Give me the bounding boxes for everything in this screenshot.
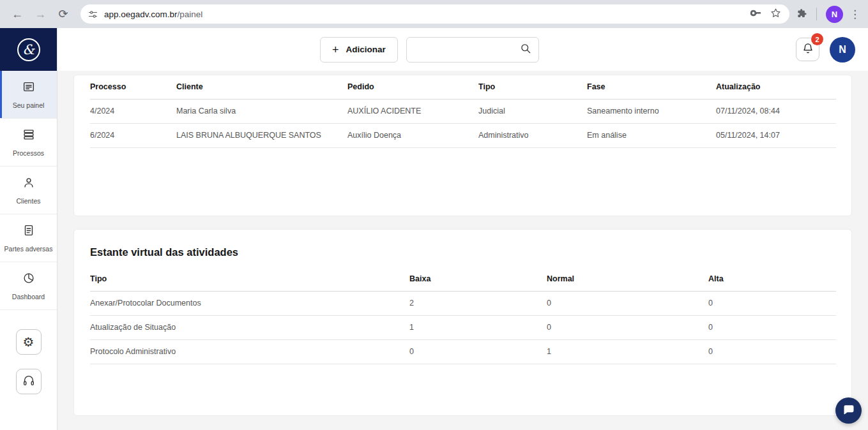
screen: ← → ⟳ app.oegadv.com.br/painel	[0, 0, 868, 430]
bell-icon	[802, 42, 814, 57]
cell-cliente: LAIS BRUNA ALBUQUERQUE SANTOS	[176, 123, 347, 147]
search-input[interactable]	[413, 45, 519, 54]
app-logo: &	[0, 28, 57, 71]
processes-card: Processo Cliente Pedido Tipo Fase Atuali…	[73, 75, 852, 216]
kebab-menu-icon: ⋮	[849, 8, 860, 20]
cell-tipo: Anexar/Protocolar Documentos	[90, 291, 409, 315]
cell-fase: Em análise	[587, 123, 716, 147]
sidebar-item-dashboard[interactable]: Dashboard	[0, 262, 57, 310]
activities-card-title: Estante virtual das atividades	[74, 230, 851, 267]
cell-normal: 1	[547, 339, 708, 364]
cell-normal: 0	[547, 291, 708, 315]
logo-ampersand-icon: &	[17, 38, 40, 61]
column-header: Alta	[708, 267, 836, 291]
cell-alta: 0	[708, 291, 836, 315]
url-text: app.oegadv.com.br/painel	[104, 10, 202, 19]
browser-toolbar: ← → ⟳ app.oegadv.com.br/painel	[0, 0, 868, 28]
chat-bubble-icon	[842, 403, 855, 418]
toolbar-divider	[816, 8, 817, 20]
column-header: Atualização	[716, 75, 836, 99]
cell-baixa: 1	[409, 315, 547, 339]
cell-pedido: Auxílio Doença	[347, 123, 478, 147]
user-avatar[interactable]: N	[830, 37, 855, 63]
cell-atualizacao: 05/11/2024, 14:07	[716, 123, 836, 147]
notification-badge: 2	[811, 33, 823, 45]
site-settings-icon[interactable]	[88, 10, 98, 19]
add-button-label: Adicionar	[346, 45, 386, 54]
cell-tipo: Atualização de Situação	[90, 315, 409, 339]
activities-table: Tipo Baixa Normal Alta Anexar/Protocolar…	[90, 267, 836, 364]
cell-alta: 0	[708, 339, 836, 364]
browser-forward-button[interactable]: →	[29, 3, 51, 25]
column-header: Pedido	[347, 75, 478, 99]
sidebar-item-label: Clientes	[17, 197, 41, 205]
cell-processo: 6/2024	[90, 123, 176, 147]
activity-row[interactable]: Protocolo Administrativo 0 1 0	[90, 339, 836, 364]
main-content: Processo Cliente Pedido Tipo Fase Atuali…	[57, 71, 868, 430]
activity-row[interactable]: Anexar/Protocolar Documentos 2 0 0	[90, 291, 836, 315]
pie-chart-icon	[22, 271, 36, 288]
profile-initial: N	[832, 10, 837, 19]
search-icon[interactable]	[519, 42, 532, 57]
person-icon	[22, 175, 36, 192]
sidebar-item-label: Processos	[13, 149, 44, 157]
url-bar[interactable]: app.oegadv.com.br/painel	[80, 4, 789, 24]
sidebar-nav: Seu painel Processos	[0, 71, 57, 310]
activities-table-header-row: Tipo Baixa Normal Alta	[90, 267, 836, 291]
bookmark-star-icon[interactable]	[770, 7, 782, 22]
column-header: Tipo	[478, 75, 587, 99]
column-header: Processo	[90, 75, 176, 99]
column-header: Tipo	[90, 267, 409, 291]
cell-processo: 4/2024	[90, 99, 176, 123]
browser-refresh-button[interactable]: ⟳	[52, 3, 74, 25]
forward-icon: →	[34, 8, 46, 20]
browser-back-button[interactable]: ←	[6, 3, 28, 25]
cell-atualizacao: 07/11/2024, 08:44	[716, 99, 836, 123]
extensions-icon[interactable]	[796, 8, 807, 21]
cell-normal: 0	[547, 315, 708, 339]
column-header: Normal	[547, 267, 708, 291]
sidebar-item-clientes[interactable]: Clientes	[0, 167, 57, 214]
processes-table: Processo Cliente Pedido Tipo Fase Atuali…	[90, 75, 836, 148]
cell-pedido: AUXÍLIO ACIDENTE	[347, 99, 478, 123]
browser-profile-avatar[interactable]: N	[826, 6, 843, 23]
url-host: app.oegadv.com.br	[104, 10, 178, 19]
headset-icon	[22, 374, 36, 390]
settings-button[interactable]: ⚙	[16, 329, 42, 355]
browser-menu-button[interactable]: ⋮	[849, 8, 860, 21]
process-row[interactable]: 6/2024 LAIS BRUNA ALBUQUERQUE SANTOS Aux…	[90, 123, 836, 147]
sidebar-item-label: Seu painel	[13, 101, 45, 109]
password-key-icon[interactable]	[750, 7, 762, 22]
panel-icon	[22, 80, 36, 96]
cell-fase: Saneamento interno	[587, 99, 716, 123]
cell-tipo: Administrativo	[478, 123, 587, 147]
sidebar-item-seu-painel[interactable]: Seu painel	[0, 71, 57, 119]
add-button[interactable]: + Adicionar	[320, 37, 398, 63]
cell-alta: 0	[708, 315, 836, 339]
avatar-initial: N	[839, 44, 846, 56]
cell-baixa: 0	[409, 339, 547, 364]
chat-button[interactable]	[835, 397, 862, 424]
notifications-button[interactable]: 2	[796, 38, 819, 61]
cell-tipo: Protocolo Administrativo	[90, 339, 409, 364]
column-header: Cliente	[176, 75, 347, 99]
sidebar: & Seu painel	[0, 28, 57, 430]
sidebar-item-processos[interactable]: Processos	[0, 119, 57, 167]
url-path: /painel	[178, 10, 203, 19]
column-header: Baixa	[409, 267, 547, 291]
cell-tipo: Judicial	[478, 99, 587, 123]
support-button[interactable]	[16, 369, 42, 394]
processes-table-header-row: Processo Cliente Pedido Tipo Fase Atuali…	[90, 75, 836, 99]
app-header: + Adicionar	[57, 28, 868, 71]
search-box	[406, 37, 539, 63]
cell-cliente: Maria Carla silva	[176, 99, 347, 123]
cell-baixa: 2	[409, 291, 547, 315]
document-icon	[22, 223, 36, 240]
refresh-icon: ⟳	[58, 8, 68, 20]
activity-row[interactable]: Atualização de Situação 1 0 0	[90, 315, 836, 339]
back-icon: ←	[11, 8, 23, 20]
sidebar-item-label: Dashboard	[12, 293, 45, 300]
process-row[interactable]: 4/2024 Maria Carla silva AUXÍLIO ACIDENT…	[90, 99, 836, 123]
stack-icon	[22, 128, 36, 144]
sidebar-item-partes-adversas[interactable]: Partes adversas	[0, 214, 57, 262]
